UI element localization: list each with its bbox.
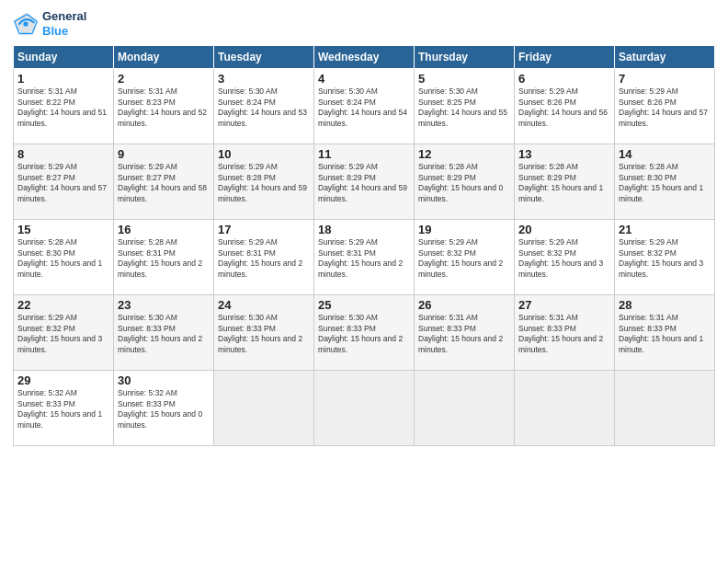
day-number: 29: [17, 373, 109, 387]
svg-point-2: [23, 21, 28, 26]
day-number: 11: [318, 147, 410, 161]
header: General Blue: [13, 9, 715, 38]
table-row: [214, 371, 314, 446]
day-info: Sunrise: 5:29 AM Sunset: 8:32 PM Dayligh…: [518, 237, 610, 280]
table-row: 24 Sunrise: 5:30 AM Sunset: 8:33 PM Dayl…: [214, 295, 314, 371]
day-number: 7: [619, 72, 711, 86]
table-row: 22 Sunrise: 5:29 AM Sunset: 8:32 PM Dayl…: [14, 295, 114, 371]
table-row: 6 Sunrise: 5:29 AM Sunset: 8:26 PM Dayli…: [515, 69, 615, 144]
table-row: 12 Sunrise: 5:28 AM Sunset: 8:29 PM Dayl…: [415, 144, 515, 220]
day-info: Sunrise: 5:29 AM Sunset: 8:31 PM Dayligh…: [218, 237, 310, 280]
day-number: 23: [118, 298, 210, 312]
day-number: 3: [218, 72, 310, 86]
table-row: 29 Sunrise: 5:32 AM Sunset: 8:33 PM Dayl…: [14, 371, 114, 446]
day-info: Sunrise: 5:31 AM Sunset: 8:33 PM Dayligh…: [619, 313, 711, 355]
day-number: 12: [418, 147, 510, 161]
logo-text: General Blue: [42, 9, 86, 38]
table-row: 17 Sunrise: 5:29 AM Sunset: 8:31 PM Dayl…: [214, 220, 314, 295]
table-row: 20 Sunrise: 5:29 AM Sunset: 8:32 PM Dayl…: [515, 220, 615, 295]
day-info: Sunrise: 5:30 AM Sunset: 8:33 PM Dayligh…: [318, 313, 410, 355]
day-info: Sunrise: 5:29 AM Sunset: 8:26 PM Dayligh…: [619, 86, 711, 129]
table-row: 7 Sunrise: 5:29 AM Sunset: 8:26 PM Dayli…: [615, 69, 715, 144]
day-info: Sunrise: 5:32 AM Sunset: 8:33 PM Dayligh…: [17, 388, 109, 431]
day-number: 22: [17, 298, 109, 312]
table-row: 4 Sunrise: 5:30 AM Sunset: 8:24 PM Dayli…: [314, 69, 415, 144]
table-row: 10 Sunrise: 5:29 AM Sunset: 8:28 PM Dayl…: [214, 144, 314, 220]
table-row: [314, 371, 415, 446]
col-wednesday: Wednesday: [314, 46, 415, 69]
table-row: 3 Sunrise: 5:30 AM Sunset: 8:24 PM Dayli…: [214, 69, 314, 144]
day-info: Sunrise: 5:29 AM Sunset: 8:32 PM Dayligh…: [17, 313, 109, 355]
day-info: Sunrise: 5:29 AM Sunset: 8:31 PM Dayligh…: [318, 237, 410, 280]
table-row: 23 Sunrise: 5:30 AM Sunset: 8:33 PM Dayl…: [114, 295, 214, 371]
day-number: 27: [518, 298, 610, 312]
day-info: Sunrise: 5:28 AM Sunset: 8:29 PM Dayligh…: [418, 162, 510, 204]
day-info: Sunrise: 5:28 AM Sunset: 8:29 PM Dayligh…: [518, 162, 610, 204]
day-number: 17: [218, 223, 310, 236]
table-row: 27 Sunrise: 5:31 AM Sunset: 8:33 PM Dayl…: [515, 295, 615, 371]
col-monday: Monday: [114, 46, 214, 69]
logo: General Blue: [13, 9, 86, 38]
day-info: Sunrise: 5:29 AM Sunset: 8:28 PM Dayligh…: [218, 162, 310, 204]
table-row: [415, 371, 515, 446]
day-number: 24: [218, 298, 310, 312]
day-number: 9: [118, 147, 210, 161]
day-number: 26: [418, 298, 510, 312]
table-row: 9 Sunrise: 5:29 AM Sunset: 8:27 PM Dayli…: [114, 144, 214, 220]
day-info: Sunrise: 5:32 AM Sunset: 8:33 PM Dayligh…: [118, 388, 210, 431]
day-info: Sunrise: 5:31 AM Sunset: 8:23 PM Dayligh…: [118, 86, 210, 129]
day-info: Sunrise: 5:28 AM Sunset: 8:30 PM Dayligh…: [17, 237, 109, 280]
day-info: Sunrise: 5:30 AM Sunset: 8:24 PM Dayligh…: [318, 86, 410, 129]
day-number: 18: [318, 223, 410, 236]
day-number: 21: [619, 223, 711, 236]
day-number: 15: [17, 223, 109, 236]
day-number: 8: [17, 147, 109, 161]
day-info: Sunrise: 5:30 AM Sunset: 8:24 PM Dayligh…: [218, 86, 310, 129]
day-info: Sunrise: 5:30 AM Sunset: 8:33 PM Dayligh…: [118, 313, 210, 355]
day-number: 30: [118, 373, 210, 387]
table-row: 26 Sunrise: 5:31 AM Sunset: 8:33 PM Dayl…: [415, 295, 515, 371]
table-row: [515, 371, 615, 446]
day-info: Sunrise: 5:31 AM Sunset: 8:22 PM Dayligh…: [17, 86, 109, 129]
day-number: 6: [518, 72, 610, 86]
day-info: Sunrise: 5:29 AM Sunset: 8:32 PM Dayligh…: [619, 237, 711, 280]
table-row: 16 Sunrise: 5:28 AM Sunset: 8:31 PM Dayl…: [114, 220, 214, 295]
col-tuesday: Tuesday: [214, 46, 314, 69]
col-thursday: Thursday: [415, 46, 515, 69]
table-row: 13 Sunrise: 5:28 AM Sunset: 8:29 PM Dayl…: [515, 144, 615, 220]
day-number: 13: [518, 147, 610, 161]
day-number: 16: [118, 223, 210, 236]
day-number: 2: [118, 72, 210, 86]
day-number: 28: [619, 298, 711, 312]
table-row: 28 Sunrise: 5:31 AM Sunset: 8:33 PM Dayl…: [615, 295, 715, 371]
day-info: Sunrise: 5:28 AM Sunset: 8:30 PM Dayligh…: [619, 162, 711, 204]
table-row: 18 Sunrise: 5:29 AM Sunset: 8:31 PM Dayl…: [314, 220, 415, 295]
day-number: 19: [418, 223, 510, 236]
table-row: 5 Sunrise: 5:30 AM Sunset: 8:25 PM Dayli…: [415, 69, 515, 144]
table-row: 19 Sunrise: 5:29 AM Sunset: 8:32 PM Dayl…: [415, 220, 515, 295]
col-saturday: Saturday: [615, 46, 715, 69]
day-info: Sunrise: 5:31 AM Sunset: 8:33 PM Dayligh…: [418, 313, 510, 355]
col-sunday: Sunday: [14, 46, 114, 69]
day-number: 5: [418, 72, 510, 86]
day-info: Sunrise: 5:31 AM Sunset: 8:33 PM Dayligh…: [518, 313, 610, 355]
day-info: Sunrise: 5:29 AM Sunset: 8:32 PM Dayligh…: [418, 237, 510, 280]
table-row: 15 Sunrise: 5:28 AM Sunset: 8:30 PM Dayl…: [14, 220, 114, 295]
table-row: 1 Sunrise: 5:31 AM Sunset: 8:22 PM Dayli…: [14, 69, 114, 144]
day-info: Sunrise: 5:29 AM Sunset: 8:27 PM Dayligh…: [118, 162, 210, 204]
table-row: 11 Sunrise: 5:29 AM Sunset: 8:29 PM Dayl…: [314, 144, 415, 220]
table-row: [615, 371, 715, 446]
day-info: Sunrise: 5:30 AM Sunset: 8:25 PM Dayligh…: [418, 86, 510, 129]
day-number: 20: [518, 223, 610, 236]
table-row: 8 Sunrise: 5:29 AM Sunset: 8:27 PM Dayli…: [14, 144, 114, 220]
day-number: 10: [218, 147, 310, 161]
page: General Blue Sunday Monday Tuesday Wedne…: [0, 0, 728, 563]
day-info: Sunrise: 5:29 AM Sunset: 8:29 PM Dayligh…: [318, 162, 410, 204]
day-info: Sunrise: 5:29 AM Sunset: 8:27 PM Dayligh…: [17, 162, 109, 204]
day-info: Sunrise: 5:28 AM Sunset: 8:31 PM Dayligh…: [118, 237, 210, 280]
day-number: 25: [318, 298, 410, 312]
day-info: Sunrise: 5:30 AM Sunset: 8:33 PM Dayligh…: [218, 313, 310, 355]
table-row: 14 Sunrise: 5:28 AM Sunset: 8:30 PM Dayl…: [615, 144, 715, 220]
day-info: Sunrise: 5:29 AM Sunset: 8:26 PM Dayligh…: [518, 86, 610, 129]
table-row: 21 Sunrise: 5:29 AM Sunset: 8:32 PM Dayl…: [615, 220, 715, 295]
